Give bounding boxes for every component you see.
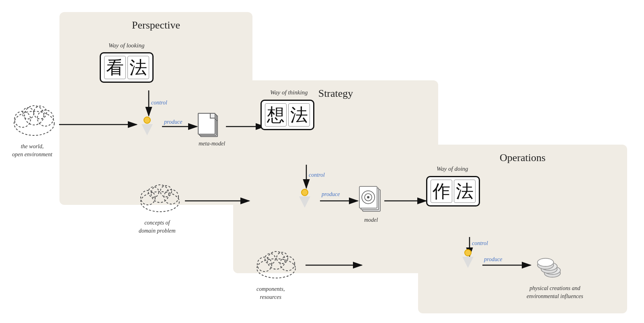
perspective-title: Perspective bbox=[132, 19, 180, 31]
concepts-cloud bbox=[136, 181, 184, 219]
svg-point-19 bbox=[141, 190, 155, 205]
components-label: components,resources bbox=[256, 285, 285, 301]
produce-label-3: produce bbox=[484, 256, 502, 263]
concepts-label: concepts ofdomain problem bbox=[139, 219, 176, 235]
produce-label-2: produce bbox=[322, 191, 340, 198]
strategy-title: Strategy bbox=[318, 88, 353, 100]
kanji-zuo: 作 bbox=[431, 180, 452, 203]
kanji-label-perspective: Way of looking bbox=[109, 42, 144, 49]
physical-icon bbox=[531, 248, 568, 284]
agent-2-head bbox=[301, 189, 308, 196]
svg-point-30 bbox=[257, 259, 295, 278]
components-cloud bbox=[253, 248, 299, 285]
operations-title: Operations bbox=[500, 152, 546, 164]
kanji-box-perspective: 看 法 bbox=[100, 52, 154, 83]
agent-1-head bbox=[144, 117, 151, 124]
world-label: the world,open environment bbox=[12, 143, 52, 158]
agent-1 bbox=[142, 117, 153, 135]
kanji-box-operations: 作 法 bbox=[426, 176, 480, 206]
agent-2 bbox=[299, 189, 310, 208]
control-label-3: control bbox=[472, 240, 488, 247]
doc-sheet-front bbox=[198, 113, 215, 135]
svg-point-29 bbox=[367, 196, 369, 198]
agent-3 bbox=[462, 249, 474, 268]
svg-point-23 bbox=[148, 187, 159, 197]
agent-2-body bbox=[299, 196, 310, 208]
svg-point-32 bbox=[267, 251, 285, 269]
diagram-container: Perspective Strategy Operations bbox=[0, 0, 644, 323]
model-label: model bbox=[364, 216, 378, 224]
svg-point-14 bbox=[25, 106, 44, 125]
zone-perspective: Perspective bbox=[59, 12, 252, 205]
control-label-2: control bbox=[309, 172, 325, 178]
svg-point-15 bbox=[37, 110, 53, 126]
kanji-kan: 看 bbox=[104, 56, 126, 79]
svg-point-41 bbox=[537, 258, 554, 266]
kanji-xiang: 想 bbox=[265, 103, 287, 127]
produce-label-1: produce bbox=[164, 119, 182, 125]
kanji-fa1: 法 bbox=[127, 56, 149, 79]
svg-point-35 bbox=[265, 253, 275, 264]
svg-point-18 bbox=[141, 192, 179, 212]
kanji-label-operations: Way of doing bbox=[437, 166, 468, 172]
kanji-fa2: 法 bbox=[288, 103, 310, 127]
kanji-label-strategy: Way of thinking bbox=[270, 89, 308, 96]
kanji-box-strategy: 想 法 bbox=[260, 100, 314, 130]
agent-1-body bbox=[142, 124, 153, 135]
kanji-fa3: 法 bbox=[454, 180, 476, 203]
meta-model-label: meta-model bbox=[199, 140, 225, 148]
agent-3-body bbox=[462, 257, 474, 268]
svg-point-12 bbox=[14, 111, 54, 135]
physical-label: physical creations andenvironmental infl… bbox=[527, 284, 583, 300]
model-icon bbox=[359, 186, 384, 215]
meta-model-icon bbox=[198, 113, 219, 137]
world-cloud bbox=[11, 101, 57, 143]
agent-3-head bbox=[464, 249, 472, 256]
control-label-1: control bbox=[151, 100, 167, 106]
